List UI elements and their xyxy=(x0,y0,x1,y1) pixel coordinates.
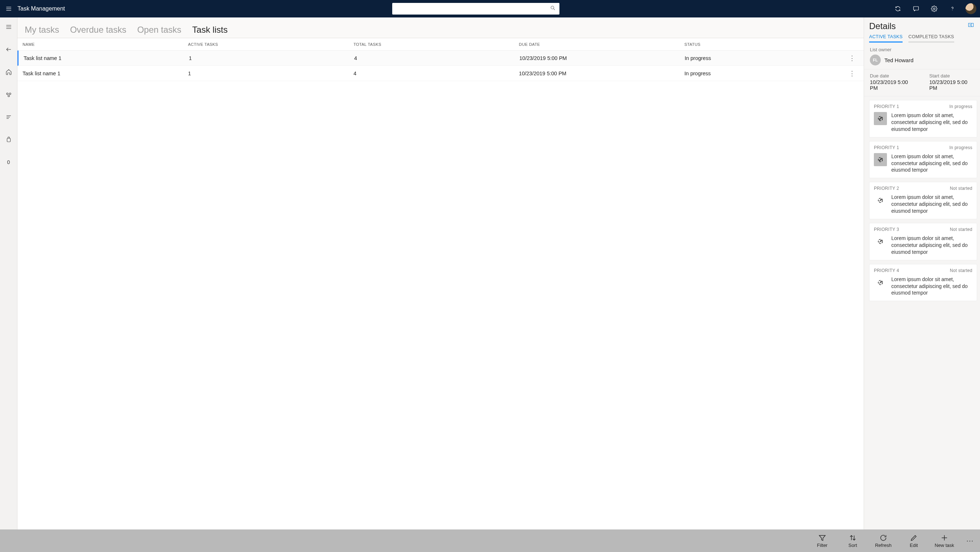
app-title: Task Management xyxy=(18,5,65,12)
task-status: In progress xyxy=(950,145,972,150)
refresh-button[interactable]: Refresh xyxy=(872,534,895,548)
task-priority: PRIORITY 1 xyxy=(874,145,899,150)
col-total-tasks[interactable]: TOTAL TASKS xyxy=(348,42,514,46)
help-icon[interactable] xyxy=(947,4,958,14)
search-container xyxy=(392,3,559,14)
svg-point-14 xyxy=(8,95,10,97)
edit-button[interactable]: Edit xyxy=(902,534,926,548)
list-owner-block: List owner FL Ted Howard xyxy=(864,43,980,69)
task-description: Lorem ipsum dolor sit amet, consectetur … xyxy=(891,276,972,297)
cell-active: 1 xyxy=(183,70,348,77)
col-name[interactable]: NAME xyxy=(18,42,183,46)
more-commands-icon[interactable]: ⋯ xyxy=(963,536,976,545)
task-status-icon xyxy=(874,276,887,289)
rail-back-button[interactable] xyxy=(2,42,16,57)
rail-count[interactable]: 0 xyxy=(2,155,16,169)
rail-list-icon[interactable] xyxy=(2,110,16,124)
rail-bag-icon[interactable] xyxy=(2,132,16,147)
rail-modules-icon[interactable] xyxy=(2,87,16,102)
task-card[interactable]: PRIORITY 1In progressLorem ipsum dolor s… xyxy=(869,141,977,179)
svg-point-3 xyxy=(551,6,554,9)
main-tabs: My tasks Overdue tasks Open tasks Task l… xyxy=(18,18,864,38)
edit-label: Edit xyxy=(910,542,918,548)
table-row[interactable]: Task list name 1 1 4 10/23/2019 5:00 PM … xyxy=(18,66,864,81)
task-status-icon xyxy=(874,235,887,248)
filter-button[interactable]: Filter xyxy=(811,534,834,548)
task-description: Lorem ipsum dolor sit amet, consectetur … xyxy=(891,153,972,174)
sort-button[interactable]: Sort xyxy=(841,534,864,548)
new-task-button[interactable]: New task xyxy=(933,534,956,548)
row-more-icon[interactable]: ⋮ xyxy=(845,69,859,77)
collapse-panel-icon[interactable] xyxy=(967,22,975,30)
rail-home-icon[interactable] xyxy=(2,65,16,79)
col-active-tasks[interactable]: ACTIVE TASKS xyxy=(183,42,348,46)
svg-marker-26 xyxy=(819,535,826,540)
task-status: Not started xyxy=(950,268,972,273)
col-status[interactable]: STATUS xyxy=(679,42,845,46)
chat-icon[interactable] xyxy=(911,4,921,14)
start-date-value: 10/23/2019 5:00 PM xyxy=(929,79,975,91)
task-description: Lorem ipsum dolor sit amet, consectetur … xyxy=(891,112,972,133)
search-icon[interactable] xyxy=(550,5,556,12)
details-title: Details xyxy=(869,21,896,31)
cell-due: 10/23/2019 5:00 PM xyxy=(514,55,680,61)
sync-icon[interactable] xyxy=(893,4,903,14)
body: 0 My tasks Overdue tasks Open tasks Task… xyxy=(0,18,980,530)
list-owner-label: List owner xyxy=(870,47,974,53)
left-nav-rail: 0 xyxy=(0,18,18,530)
table-header-row: NAME ACTIVE TASKS TOTAL TASKS DUE DATE S… xyxy=(18,38,864,51)
rail-hamburger-button[interactable] xyxy=(2,20,16,34)
task-status-icon xyxy=(874,194,887,207)
svg-point-7 xyxy=(952,10,952,11)
cell-total: 4 xyxy=(348,70,514,77)
task-priority: PRIORITY 2 xyxy=(874,186,899,191)
dates-row: Due date 10/23/2019 5:00 PM Start date 1… xyxy=(864,69,980,96)
sort-label: Sort xyxy=(848,542,857,548)
task-priority: PRIORITY 1 xyxy=(874,104,899,109)
task-card[interactable]: PRIORITY 1In progressLorem ipsum dolor s… xyxy=(869,100,977,137)
due-date-value: 10/23/2019 5:00 PM xyxy=(870,79,915,91)
cell-name: Task list name 1 xyxy=(19,55,184,61)
task-cards-list[interactable]: PRIORITY 1In progressLorem ipsum dolor s… xyxy=(864,96,980,530)
details-header: Details xyxy=(864,18,980,33)
cell-active: 1 xyxy=(184,55,349,61)
user-avatar[interactable] xyxy=(966,3,976,14)
owner-avatar: FL xyxy=(870,54,881,65)
details-tab-active-tasks[interactable]: ACTIVE TASKS xyxy=(869,34,902,43)
cell-due: 10/23/2019 5:00 PM xyxy=(514,70,679,77)
details-tabs: ACTIVE TASKS COMPLETED TASKS xyxy=(864,33,980,43)
cell-status: In progress xyxy=(679,55,845,61)
new-task-label: New task xyxy=(935,542,954,548)
task-card[interactable]: PRIORITY 4Not startedLorem ipsum dolor s… xyxy=(869,264,977,302)
tab-open-tasks[interactable]: Open tasks xyxy=(137,25,181,37)
filter-label: Filter xyxy=(817,542,828,548)
task-description: Lorem ipsum dolor sit amet, consectetur … xyxy=(891,235,972,256)
details-tab-completed-tasks[interactable]: COMPLETED TASKS xyxy=(908,34,954,43)
top-header-bar: Task Management xyxy=(0,0,980,18)
search-input[interactable] xyxy=(392,3,559,14)
due-date-label: Due date xyxy=(870,73,915,78)
task-lists-table: NAME ACTIVE TASKS TOTAL TASKS DUE DATE S… xyxy=(18,38,864,530)
svg-point-12 xyxy=(6,93,8,95)
task-card[interactable]: PRIORITY 2Not startedLorem ipsum dolor s… xyxy=(869,182,977,219)
task-status: Not started xyxy=(950,227,972,232)
svg-line-4 xyxy=(554,9,555,10)
task-card[interactable]: PRIORITY 3Not startedLorem ipsum dolor s… xyxy=(869,223,977,260)
tab-overdue-tasks[interactable]: Overdue tasks xyxy=(70,25,127,37)
row-more-icon[interactable]: ⋮ xyxy=(845,54,859,62)
col-due-date[interactable]: DUE DATE xyxy=(514,42,679,46)
task-priority: PRIORITY 4 xyxy=(874,268,899,273)
task-status: Not started xyxy=(950,186,972,191)
svg-point-13 xyxy=(9,93,11,95)
app-root: Task Management xyxy=(0,0,980,552)
table-row[interactable]: Task list name 1 1 4 10/23/2019 5:00 PM … xyxy=(18,51,864,66)
tab-task-lists[interactable]: Task lists xyxy=(192,25,228,37)
hamburger-menu-button[interactable] xyxy=(4,4,14,14)
task-status: In progress xyxy=(950,104,972,109)
settings-gear-icon[interactable] xyxy=(929,4,939,14)
content-column: My tasks Overdue tasks Open tasks Task l… xyxy=(18,18,864,530)
svg-point-6 xyxy=(934,8,935,10)
start-date-label: Start date xyxy=(929,73,975,78)
header-right-icons xyxy=(893,3,976,14)
tab-my-tasks[interactable]: My tasks xyxy=(25,25,59,37)
